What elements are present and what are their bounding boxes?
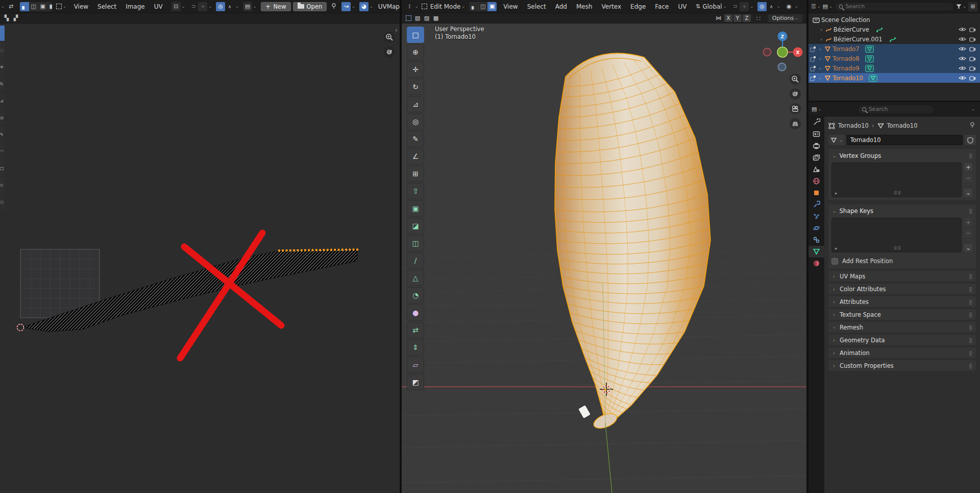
outliner-row-beziercurve-001[interactable]: › BézierCurve.001 <box>808 34 980 44</box>
uv-sidebar-collapse-icon[interactable]: ‹ <box>395 27 398 34</box>
tab-world[interactable] <box>808 175 824 187</box>
tab-material[interactable] <box>808 257 824 269</box>
select-tool-lasso-icon[interactable]: ▩ <box>431 14 440 23</box>
eye-icon[interactable] <box>959 46 966 52</box>
mesh-datablock-dropdown[interactable]: ⌄ <box>828 135 845 145</box>
select-mode-face-button[interactable]: ▣ <box>487 2 497 11</box>
drag-handle-icon[interactable]: ⣿ <box>969 299 973 304</box>
drag-handle-icon[interactable]: ⣿ <box>969 153 973 158</box>
add-vertex-group-button[interactable]: + <box>964 162 973 172</box>
tab-output[interactable] <box>808 140 824 152</box>
uv-tool-annotate[interactable]: ✎ <box>0 127 5 142</box>
expand-arrow-icon[interactable]: › <box>818 76 823 81</box>
tool-transform[interactable]: ◎ <box>407 113 424 130</box>
outliner-row-tornado8[interactable]: › Tornado8 <box>808 54 980 63</box>
outliner-display-mode-dropdown[interactable]: ☰⌄ <box>811 2 821 11</box>
add-rest-position-checkbox[interactable] <box>831 258 838 265</box>
eye-icon[interactable] <box>959 75 966 81</box>
expand-arrow-icon[interactable]: › <box>818 46 823 52</box>
eye-icon[interactable] <box>959 36 966 42</box>
object-visibility-dropdown[interactable]: ◉⌄ <box>785 2 798 11</box>
zoom-icon[interactable] <box>384 32 395 43</box>
uv-toolbar[interactable]: ◌ ✛ ↻ ⊿ ◎ ✎ ◠ □ ◇ ○ <box>0 26 5 211</box>
camera-restrict-icon[interactable] <box>969 56 976 61</box>
orthographic-grid-icon[interactable] <box>790 118 801 129</box>
vp-menu-add[interactable]: Add <box>551 0 572 13</box>
proportional-edit-toggle[interactable]: ◎∧⌄ <box>757 2 780 11</box>
panel-header-vertex-groups[interactable]: ⌄ Vertex Groups ⣿ <box>831 151 973 160</box>
list-expand-icon[interactable]: ▸ <box>835 191 838 196</box>
options-dropdown[interactable]: Options⌄ <box>768 14 802 22</box>
uv-gizmos-toggle[interactable]: ↝⌄ <box>341 2 355 11</box>
shape-key-specials-dropdown[interactable]: ⌄ <box>964 243 973 252</box>
list-resize-handle[interactable]: ⠿⠿ <box>894 246 901 251</box>
add-shape-key-button[interactable]: + <box>964 218 973 227</box>
select-mode-vertex-button[interactable]: ▖ <box>469 2 478 11</box>
selected-face[interactable] <box>579 406 590 418</box>
uv-select-edge-button[interactable]: ◫ <box>29 2 38 11</box>
camera-restrict-icon[interactable] <box>969 65 976 71</box>
select-tool-circle-icon[interactable]: ▨ <box>422 14 431 23</box>
uv-tool-relax[interactable]: □ <box>0 160 5 176</box>
outliner-row-tornado10[interactable]: › Tornado10 <box>808 73 980 83</box>
tool-edge-slide[interactable]: ⇄ <box>407 322 424 338</box>
tool-select-box[interactable]: □ <box>407 27 424 43</box>
panel-attributes[interactable]: ›Attributes ⣿ <box>828 296 976 307</box>
tornado-mesh[interactable] <box>555 53 710 431</box>
uv-tool-pinch[interactable]: ◇ <box>0 177 5 193</box>
camera-restrict-icon[interactable] <box>969 46 976 52</box>
tool-poly-build[interactable]: △ <box>407 270 424 286</box>
panel-color-attributes[interactable]: ›Color Attributes ⣿ <box>828 284 976 294</box>
uv-proportional-edit-toggle[interactable]: ◎∧⌄ <box>216 2 239 11</box>
tab-physics[interactable] <box>808 222 824 234</box>
drag-handle-icon[interactable]: ⣿ <box>969 287 973 292</box>
select-tool-tweak-icon[interactable] <box>404 14 413 23</box>
panel-animation[interactable]: ›Animation ⣿ <box>828 347 976 358</box>
tab-particles[interactable] <box>808 210 824 222</box>
uv-menu-image[interactable]: Image <box>121 0 150 13</box>
uv-menu-uv[interactable]: UV <box>150 0 167 13</box>
list-resize-handle[interactable]: ⠿⠿ <box>894 191 901 196</box>
uv-select-face-button[interactable]: ▣ <box>38 2 47 11</box>
zoom-icon[interactable] <box>790 74 801 85</box>
uv-snap-dropdown[interactable]: ⊃⁘⌄ <box>189 2 212 11</box>
pan-hand-icon[interactable] <box>790 88 801 100</box>
tool-rotate[interactable]: ↻ <box>407 79 424 95</box>
properties-search[interactable] <box>857 105 934 114</box>
uv-menu-view[interactable]: View <box>69 0 93 13</box>
drag-handle-icon[interactable]: ⣿ <box>969 312 973 317</box>
breadcrumb-object[interactable]: Tornado10 <box>838 122 869 129</box>
panel-remesh[interactable]: ›Remesh ⣿ <box>828 322 976 333</box>
uv-sync-selection-icon[interactable]: ⇄ <box>7 2 16 11</box>
tab-object-data[interactable] <box>808 246 824 257</box>
vp-menu-face[interactable]: Face <box>650 0 673 13</box>
uv-ts-icon-2[interactable]: ▞ <box>11 14 20 23</box>
uv-tool-grab[interactable]: ◠ <box>0 144 5 159</box>
tool-move[interactable]: ✛ <box>407 61 424 78</box>
uv-tool-cursor[interactable]: ◌ <box>0 42 5 58</box>
panel-uv-maps[interactable]: ›UV Maps ⣿ <box>828 271 976 281</box>
mirror-x-button[interactable]: X <box>724 14 732 22</box>
uv-sticky-select-dropdown[interactable]: ⌄ <box>56 4 66 9</box>
new-image-button[interactable]: +New <box>261 2 291 11</box>
uv-canvas[interactable] <box>0 24 400 493</box>
outliner-row-tornado9[interactable]: › Tornado9 <box>808 63 980 73</box>
tool-rip-region[interactable]: ◩ <box>407 374 424 390</box>
uv-ts-icon-1[interactable]: ▚ <box>2 14 11 23</box>
uv-2d-cursor[interactable] <box>15 322 26 333</box>
new-collection-button[interactable]: ⊞ <box>968 2 977 11</box>
properties-editor-type-dropdown[interactable]: ▤⌄ <box>812 105 821 114</box>
tool-bevel[interactable]: ◪ <box>407 218 424 234</box>
shape-keys-list[interactable]: ▸⠿⠿ <box>831 218 962 252</box>
tool-add-cube[interactable]: ⊞ <box>407 166 424 182</box>
eye-icon[interactable] <box>959 27 966 32</box>
tool-shrink-fatten[interactable]: ⇕ <box>407 339 424 356</box>
tool-scale[interactable]: ⊿ <box>407 96 424 112</box>
outliner-row-scene-collection[interactable]: Scene Collection <box>808 15 980 25</box>
uv-pivot-dropdown[interactable]: ⊡⌄ <box>172 2 185 11</box>
tab-scene[interactable] <box>808 163 824 175</box>
active-uv-map-label[interactable]: UVMap <box>378 3 400 10</box>
expand-arrow-icon[interactable]: › <box>818 66 823 71</box>
outliner-row-beziercurve[interactable]: › BézierCurve <box>808 25 980 34</box>
expand-arrow-icon[interactable]: › <box>819 37 824 42</box>
